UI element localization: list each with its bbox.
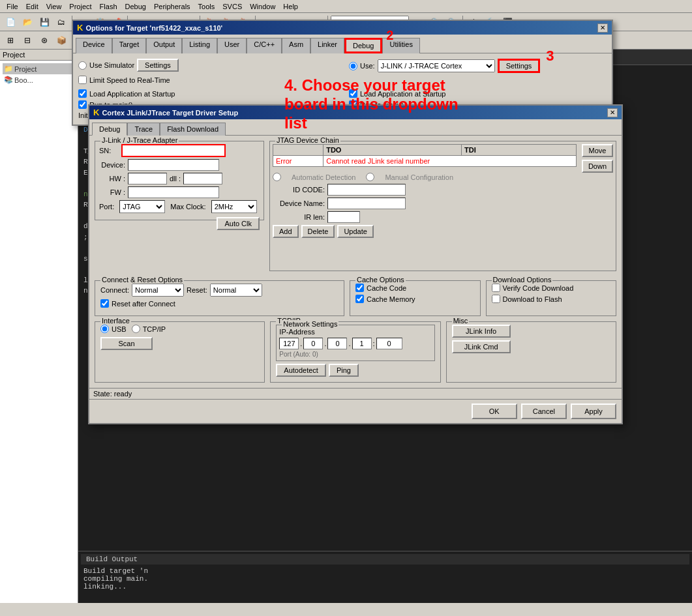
id-code-input[interactable] [327,184,406,196]
menu-edit[interactable]: Edit [22,1,42,12]
auto-detect-radio[interactable] [273,173,281,181]
settings-right-btn[interactable]: Settings 3 [498,59,541,73]
device-label: Device: [99,161,125,169]
reset-after-row: Reset after Connect [100,299,338,308]
load-app-right-checkbox[interactable] [349,89,357,98]
use-simulator-radio[interactable] [78,61,87,70]
jlink-cmd-btn[interactable]: JLink Cmd [452,340,511,353]
tab-user[interactable]: User [217,38,247,53]
use-select[interactable]: J-LINK / J-TRACE Cortex [378,59,495,72]
jtag-col-tdi: TDI [462,145,577,156]
reset-after-checkbox[interactable] [100,299,109,308]
menu-window[interactable]: Window [246,1,279,12]
move-up-btn[interactable]: Move [582,144,613,157]
menu-project[interactable]: Project [65,1,95,12]
cache-code-checkbox[interactable] [355,284,364,292]
save-all-btn[interactable]: 🗂 [53,15,69,29]
limit-speed-row: Limit Speed to Real-Time [78,76,336,84]
annotation-2: 2 [386,28,393,43]
load-app-left-checkbox[interactable] [78,89,87,98]
jlink-right-panel: JTAG Device Chain TDO TDI [269,141,616,275]
id-code-row: ID CODE: [273,184,613,196]
cancel-btn[interactable]: Cancel [521,403,567,419]
port-input[interactable] [376,338,402,349]
tab-output[interactable]: Output [146,38,182,53]
settings-left-btn[interactable]: Settings [137,59,179,72]
tab-asm[interactable]: Asm [282,38,310,53]
menu-help[interactable]: Help [279,1,302,12]
ip-octet-4[interactable] [352,338,372,349]
ip-octet-3[interactable] [327,338,347,349]
tab-target[interactable]: Target [112,38,147,53]
cache-memory-row: Cache Memory [355,295,475,303]
cache-memory-checkbox[interactable] [355,295,364,303]
device-input[interactable] [128,159,219,171]
cache-code-row: Cache Code [355,284,475,292]
tcpip-radio[interactable] [132,325,140,333]
ping-btn[interactable]: Ping [329,364,359,377]
connect-select[interactable]: Normal [132,284,184,297]
jlink-tab-debug[interactable]: Debug [92,123,127,136]
options-dialog-close[interactable]: ✕ [597,23,608,33]
usb-label: USB [112,325,127,333]
auto-detect-label: Automatic Detection [292,173,355,181]
ip-octet-1[interactable] [279,338,299,349]
manual-config-radio[interactable] [366,173,374,181]
menu-flash[interactable]: Flash [96,1,121,12]
delete-btn[interactable]: Delete [301,225,335,238]
autodetect-btn[interactable]: Autodetect [276,364,326,377]
menu-view[interactable]: View [42,1,66,12]
menu-file[interactable]: File [3,1,22,12]
menu-svcs[interactable]: SVCS [218,1,246,12]
menu-debug[interactable]: Debug [121,1,150,12]
update-btn[interactable]: Update [337,225,373,238]
grid-btn[interactable]: ⊞ [3,33,18,48]
dll-input[interactable] [183,173,222,184]
ip-octet-2[interactable] [303,338,323,349]
use-radio[interactable] [349,62,357,70]
cache-options-label: Cache Options [355,276,406,284]
project-tab[interactable]: 📁 Project [3,63,75,74]
save-btn[interactable]: 💾 [37,15,52,29]
limit-speed-checkbox[interactable] [78,76,87,84]
move-down-btn[interactable]: Down [582,160,613,173]
hw-input[interactable] [128,173,167,184]
usb-radio[interactable] [100,325,109,333]
download-flash-checkbox[interactable] [492,295,500,303]
port-select[interactable]: JTAG [119,200,165,213]
verify-code-checkbox[interactable] [492,284,500,292]
jlink-tab-trace[interactable]: Trace [127,123,160,136]
ir-len-input[interactable] [327,211,360,223]
jlink-tab-flash[interactable]: Flash Download [160,123,226,136]
tab-linker[interactable]: Linker [310,38,344,53]
jlink-info-btn[interactable]: JLink Info [452,325,511,338]
menu-tools[interactable]: Tools [194,1,219,12]
ir-len-label: IR len: [273,213,325,221]
options-left-col: Use Simulator Settings Limit Speed to Re… [78,59,336,87]
max-clock-select[interactable]: 2MHz [211,200,257,213]
device-name-input[interactable] [327,198,406,209]
reset-select[interactable]: Normal [210,284,262,297]
scan-btn[interactable]: Scan [100,337,153,350]
grid2-btn[interactable]: ⊟ [20,33,35,48]
new-btn[interactable]: 📄 [3,15,18,29]
tab-listing[interactable]: Listing [182,38,217,53]
run-to-main-left-checkbox[interactable] [78,100,87,109]
sn-input[interactable] [121,144,226,157]
component-btn[interactable]: ⊛ [37,33,52,48]
tab-debug[interactable]: Debug 2 [344,38,382,53]
open-btn[interactable]: 📂 [20,15,35,29]
tab-cpp[interactable]: C/C++ [247,38,282,53]
books-tab[interactable]: 📚 Boo... [3,74,75,85]
ok-btn[interactable]: OK [472,403,517,419]
fw-input[interactable] [128,186,219,198]
tab-device[interactable]: Device [76,38,112,53]
auto-clk-btn[interactable]: Auto Clk [217,217,260,230]
apply-btn[interactable]: Apply [571,403,616,419]
package-btn[interactable]: 📦 [53,33,69,48]
menu-peripherals[interactable]: Peripherals [150,1,194,12]
project-tree[interactable]: 📁 Project 📚 Boo... [0,61,78,88]
add-btn[interactable]: Add [273,225,299,238]
jlink-dialog-footer: OK Cancel Apply [89,399,622,423]
jlink-dialog-close[interactable]: ✕ [607,108,618,117]
